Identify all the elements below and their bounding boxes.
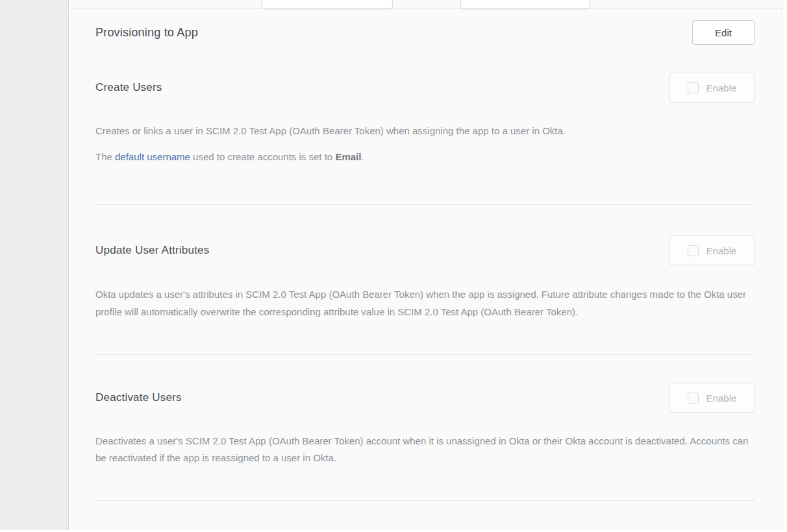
enable-label: Enable — [706, 393, 737, 404]
provisioning-panel: Provisioning to App Edit Create Users En… — [69, 0, 782, 530]
username-note: The default username used to create acco… — [95, 149, 755, 165]
section-header: Update User Attributes Enable — [95, 235, 755, 266]
enable-toggle[interactable]: Enable — [669, 236, 755, 265]
enable-checkbox[interactable] — [688, 245, 699, 256]
app-window: Provisioning to App Edit Create Users En… — [0, 0, 787, 532]
section-heading: Create Users — [95, 81, 162, 94]
default-username-link[interactable]: default username — [115, 151, 190, 162]
section-header: Create Users Enable — [95, 73, 755, 103]
section-update-user-attributes: Update User Attributes Enable Okta updat… — [95, 235, 755, 355]
section-description: Okta updates a user's attributes in SCIM… — [95, 285, 755, 320]
section-description: Creates or links a user in SCIM 2.0 Test… — [95, 123, 755, 139]
enable-toggle[interactable]: Enable — [669, 73, 755, 103]
enable-toggle[interactable]: Enable — [669, 383, 755, 413]
section-header: Deactivate Users Enable — [95, 382, 755, 413]
top-cropped-row — [69, 0, 782, 9]
note-prefix: The — [95, 151, 115, 162]
section-divider — [95, 500, 755, 501]
section-divider — [95, 204, 755, 205]
section-heading: Update User Attributes — [95, 244, 209, 257]
section-heading: Deactivate Users — [95, 391, 182, 404]
left-sidebar — [0, 0, 69, 530]
section-divider — [95, 354, 755, 355]
panel-header: Provisioning to App Edit — [95, 20, 755, 45]
enable-checkbox[interactable] — [688, 82, 699, 93]
enable-checkbox[interactable] — [688, 393, 699, 404]
section-deactivate-users: Deactivate Users Enable Deactivates a us… — [95, 382, 755, 501]
note-middle: used to create accounts is set to — [190, 151, 335, 162]
section-create-users: Create Users Enable Creates or links a u… — [95, 73, 755, 205]
username-value: Email — [335, 151, 361, 162]
note-suffix: . — [361, 151, 364, 162]
enable-label: Enable — [706, 245, 737, 256]
enable-label: Enable — [706, 82, 737, 93]
cropped-card-right[interactable] — [460, 0, 590, 9]
page-title: Provisioning to App — [95, 26, 198, 40]
section-description: Deactivates a user's SCIM 2.0 Test App (… — [95, 433, 755, 466]
cropped-card-left[interactable] — [262, 0, 393, 9]
edit-button[interactable]: Edit — [692, 20, 755, 45]
